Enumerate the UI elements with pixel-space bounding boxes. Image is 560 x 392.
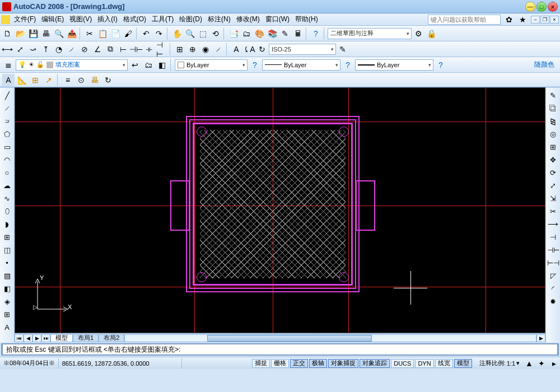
status-tray-icon[interactable]: ▸: [548, 357, 560, 370]
dyn-toggle[interactable]: DYN: [415, 359, 433, 368]
dim-quick-icon[interactable]: ⧉: [104, 43, 116, 55]
multiline-style-icon[interactable]: ≡: [62, 74, 74, 86]
design-center-icon[interactable]: 🗂: [240, 27, 253, 40]
color-dropdown[interactable]: ByLayer: [175, 59, 248, 71]
break-icon[interactable]: ⊣⊢: [548, 244, 559, 255]
dim-continue-icon[interactable]: ⊣⊢: [130, 43, 142, 55]
menu-view[interactable]: 视图(V): [67, 13, 95, 25]
layer-isolate-icon[interactable]: ◧: [156, 59, 168, 71]
close-button[interactable]: ×: [548, 2, 558, 12]
table-icon[interactable]: ⊞: [2, 309, 13, 320]
print-icon[interactable]: 🖶: [40, 27, 52, 40]
menu-tools[interactable]: 工具(T): [149, 13, 176, 25]
mdi-restore-button[interactable]: ❐: [540, 16, 549, 24]
break-at-point-icon[interactable]: ⊣: [548, 231, 559, 242]
menu-insert[interactable]: 插入(I): [95, 13, 120, 25]
zoom-window-icon[interactable]: ⬚: [197, 27, 209, 40]
dim-edit-icon[interactable]: A: [230, 43, 242, 55]
copy-icon[interactable]: 📋: [96, 27, 109, 40]
tab-last-button[interactable]: ⏭: [41, 334, 50, 342]
markup-icon[interactable]: ✎: [279, 27, 291, 40]
ducs-toggle[interactable]: DUCS: [391, 359, 414, 368]
dim-text-edit-icon[interactable]: ⤹A: [243, 43, 255, 55]
annotation-visibility-icon[interactable]: ▲: [523, 357, 535, 370]
ortho-toggle[interactable]: 正交: [290, 359, 308, 368]
xline-icon[interactable]: ⟋: [2, 102, 13, 114]
print-preview-icon[interactable]: 🔍: [53, 27, 65, 40]
revision-cloud-icon[interactable]: ☁: [2, 180, 13, 191]
tab-model[interactable]: 模型: [50, 334, 73, 342]
dim-baseline-icon[interactable]: ⊢: [117, 43, 129, 55]
paste-icon[interactable]: 📄: [109, 27, 122, 40]
tab-layout2[interactable]: 布局2: [99, 334, 124, 342]
refresh-styles-icon[interactable]: ↻: [102, 74, 114, 86]
tab-prev-button[interactable]: ◀: [24, 334, 32, 342]
dim-update-icon[interactable]: ↻: [256, 43, 268, 55]
help-search-input[interactable]: [428, 15, 501, 25]
menu-draw[interactable]: 绘图(D): [176, 13, 205, 25]
snap-toggle[interactable]: 捕捉: [252, 359, 270, 368]
menu-window[interactable]: 窗口(W): [263, 13, 292, 25]
polar-toggle[interactable]: 极轴: [309, 359, 327, 368]
match-properties-icon[interactable]: 🖌: [122, 27, 134, 40]
model-toggle[interactable]: 模型: [454, 359, 472, 368]
menu-edit[interactable]: 编辑(E): [39, 13, 67, 25]
open-file-icon[interactable]: 📂: [14, 27, 26, 40]
minimize-button[interactable]: —: [525, 2, 535, 12]
copy-object-icon[interactable]: ⿻: [548, 102, 559, 114]
dim-aligned-icon[interactable]: ⤢: [14, 43, 26, 55]
chamfer-icon[interactable]: ◸: [548, 270, 559, 281]
zoom-previous-icon[interactable]: ⟲: [209, 27, 222, 40]
scale-dropdown-icon[interactable]: ▾: [516, 360, 520, 367]
point-style-icon[interactable]: ⊙: [75, 74, 87, 86]
dim-space-icon[interactable]: ⟛: [143, 43, 155, 55]
scale-icon[interactable]: ⤢: [548, 180, 559, 191]
make-block-icon[interactable]: ◫: [2, 244, 13, 255]
menu-file[interactable]: 文件(F): [11, 13, 39, 25]
menu-help[interactable]: 帮助(H): [292, 13, 321, 25]
color-help-icon[interactable]: ?: [249, 59, 261, 71]
lineweight-dropdown[interactable]: ByLayer: [355, 59, 433, 71]
dim-style-dropdown[interactable]: ISO-25: [269, 44, 336, 55]
redo-icon[interactable]: ↷: [153, 27, 165, 40]
join-icon[interactable]: ⊢⊣: [548, 257, 559, 268]
dim-radius-icon[interactable]: ◔: [53, 43, 65, 55]
move-icon[interactable]: ✥: [548, 154, 559, 165]
zoom-realtime-icon[interactable]: 🔍: [184, 27, 196, 40]
help-icon[interactable]: ?: [310, 27, 322, 40]
dim-break-icon[interactable]: ⊣ ⊢: [156, 43, 168, 55]
linetype-help-icon[interactable]: ?: [342, 59, 354, 71]
polygon-icon[interactable]: ⬠: [2, 128, 13, 139]
grid-toggle[interactable]: 栅格: [271, 359, 289, 368]
arc-icon[interactable]: ◠: [2, 154, 13, 165]
circle-icon[interactable]: ○: [2, 167, 13, 178]
scale-value[interactable]: 1:1: [507, 360, 515, 367]
explode-icon[interactable]: ✸: [548, 296, 559, 307]
insert-block-icon[interactable]: ⊞: [2, 231, 13, 242]
tab-next-button[interactable]: ▶: [32, 334, 41, 342]
info-center-icon[interactable]: ✿: [503, 13, 515, 26]
tab-first-button[interactable]: ⏮: [15, 334, 24, 342]
mdi-close-button[interactable]: ×: [550, 16, 559, 24]
publish-icon[interactable]: 📤: [66, 27, 78, 40]
fillet-icon[interactable]: ◜: [548, 283, 559, 294]
table-style-icon[interactable]: ⊞: [29, 74, 41, 86]
scroll-right-button[interactable]: ▶: [536, 334, 545, 342]
center-mark-icon[interactable]: ⊕: [186, 43, 199, 55]
layer-manager-icon[interactable]: ≣: [2, 59, 15, 71]
dim-angular-icon[interactable]: ∠: [91, 43, 104, 55]
maximize-button[interactable]: □: [536, 2, 547, 12]
region-icon[interactable]: ◈: [2, 296, 13, 307]
cut-icon[interactable]: ✂: [83, 27, 96, 40]
dim-jogged-icon[interactable]: ⟋: [66, 43, 78, 55]
plot-style-icon[interactable]: 🖶: [88, 74, 101, 86]
layer-previous-icon[interactable]: ↩: [129, 59, 141, 71]
drawing-canvas[interactable]: Y X ▷: [15, 87, 545, 333]
array-icon[interactable]: ⊞: [548, 141, 559, 152]
quickcalc-icon[interactable]: 🖩: [292, 27, 304, 40]
linetype-dropdown[interactable]: ByLayer: [262, 59, 340, 71]
menu-modify[interactable]: 修改(M): [234, 13, 263, 25]
polyline-icon[interactable]: ⟉: [2, 115, 13, 127]
dim-arc-icon[interactable]: ⤻: [27, 43, 39, 55]
autoscale-icon[interactable]: ✦: [535, 357, 548, 370]
